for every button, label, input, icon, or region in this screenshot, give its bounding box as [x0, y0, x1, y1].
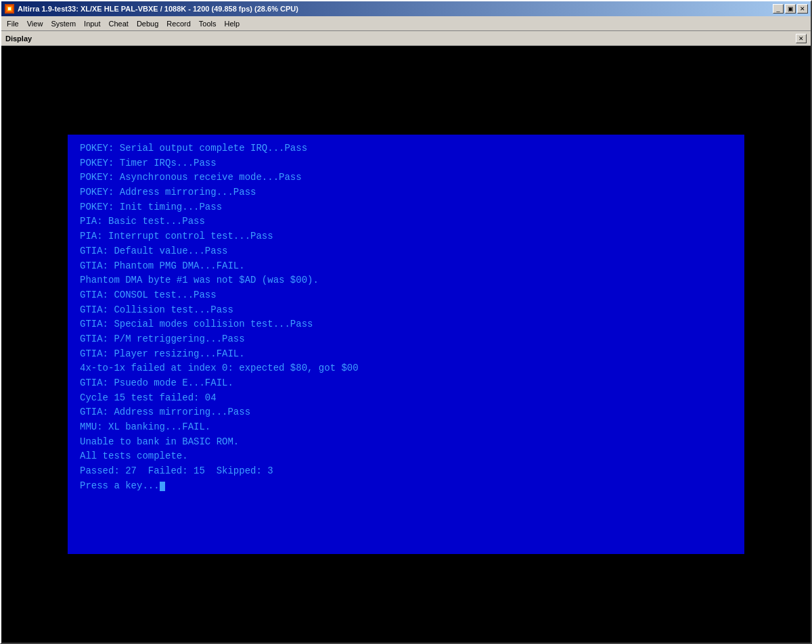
- screen-line-23: Press a key...: [80, 479, 732, 494]
- screen-line-2: POKEY: Asynchronous receive mode...Pass: [80, 170, 732, 185]
- screen-line-11: GTIA: Collision test...Pass: [80, 303, 732, 318]
- screen-line-16: GTIA: Psuedo mode E...FAIL.: [80, 376, 732, 391]
- screen-line-20: Unable to bank in BASIC ROM.: [80, 435, 732, 450]
- menu-item-file[interactable]: File: [3, 17, 23, 30]
- close-button[interactable]: ✕: [797, 4, 808, 14]
- screen-line-22: Passed: 27 Failed: 15 Skipped: 3: [80, 464, 732, 479]
- panel-close-button[interactable]: ✕: [796, 34, 807, 43]
- screen-line-9: Phantom DMA byte #1 was not $AD (was $00…: [80, 273, 732, 288]
- screen-line-15: 4x-to-1x failed at index 0: expected $80…: [80, 361, 732, 376]
- screen-line-14: GTIA: Player resizing...FAIL.: [80, 347, 732, 362]
- menu-item-system[interactable]: System: [47, 17, 80, 30]
- menu-item-input[interactable]: Input: [80, 17, 104, 30]
- app-icon: [4, 3, 15, 14]
- screen-line-5: PIA: Basic test...Pass: [80, 214, 732, 229]
- screen-line-6: PIA: Interrupt control test...Pass: [80, 229, 732, 244]
- screen-line-3: POKEY: Address mirroring...Pass: [80, 185, 732, 200]
- svg-rect-3: [8, 7, 11, 10]
- screen-line-18: GTIA: Address mirroring...Pass: [80, 405, 732, 420]
- text-cursor: [160, 482, 165, 491]
- menu-bar: FileViewSystemInputCheatDebugRecordTools…: [1, 16, 811, 31]
- screen-line-17: Cycle 15 test failed: 04: [80, 391, 732, 406]
- restore-button[interactable]: ▣: [785, 4, 796, 14]
- menu-item-tools[interactable]: Tools: [195, 17, 221, 30]
- screen-line-13: GTIA: P/M retriggering...Pass: [80, 332, 732, 347]
- menu-item-cheat[interactable]: Cheat: [105, 17, 133, 30]
- title-bar: Altirra 1.9-test33: XL/XE HLE PAL-VBXE /…: [1, 1, 811, 16]
- screen-line-4: POKEY: Init timing...Pass: [80, 200, 732, 215]
- main-area: POKEY: Serial output complete IRQ...Pass…: [1, 46, 811, 643]
- emulator-screen[interactable]: POKEY: Serial output complete IRQ...Pass…: [68, 135, 744, 554]
- screen-line-8: GTIA: Phantom PMG DMA...FAIL.: [80, 259, 732, 274]
- menu-item-view[interactable]: View: [23, 17, 47, 30]
- screen-line-1: POKEY: Timer IRQs...Pass: [80, 156, 732, 171]
- screen-line-12: GTIA: Special modes collision test...Pas…: [80, 317, 732, 332]
- app-window: Altirra 1.9-test33: XL/XE HLE PAL-VBXE /…: [0, 0, 812, 644]
- menu-item-record[interactable]: Record: [162, 17, 194, 30]
- menu-item-debug[interactable]: Debug: [133, 17, 162, 30]
- screen-line-0: POKEY: Serial output complete IRQ...Pass: [80, 141, 732, 156]
- screen-line-19: MMU: XL banking...FAIL.: [80, 420, 732, 435]
- menu-item-help[interactable]: Help: [220, 17, 244, 30]
- screen-line-7: GTIA: Default value...Pass: [80, 244, 732, 259]
- panel-header: Display ✕: [1, 31, 811, 46]
- screen-line-21: All tests complete.: [80, 449, 732, 464]
- title-text: Altirra 1.9-test33: XL/XE HLE PAL-VBXE /…: [18, 5, 770, 13]
- panel-title: Display: [5, 34, 32, 43]
- minimize-button[interactable]: _: [773, 4, 784, 14]
- screen-line-10: GTIA: CONSOL test...Pass: [80, 288, 732, 303]
- title-buttons: _ ▣ ✕: [773, 4, 808, 14]
